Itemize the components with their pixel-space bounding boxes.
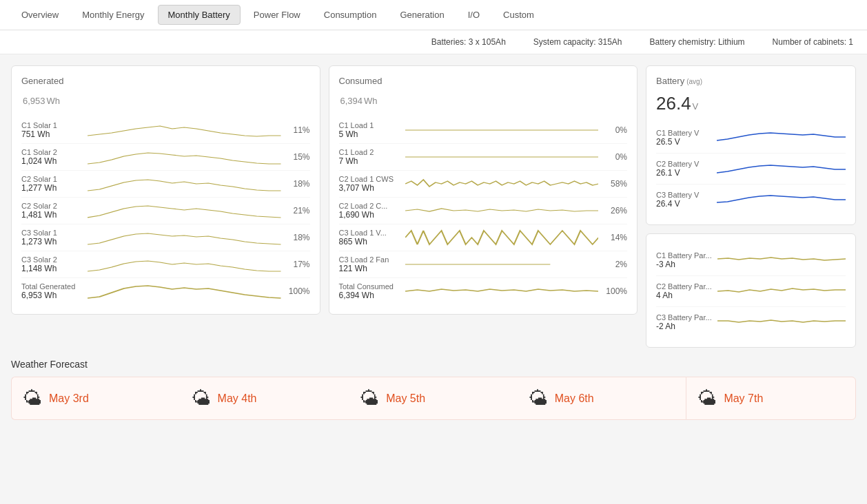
battery-row: C2 Battery Par... 4 Ah: [656, 276, 846, 307]
number-of-cabinets-info: Number of cabinets: 1: [773, 37, 853, 47]
battery-v-value: 26.4: [656, 93, 691, 114]
metric-row: C3 Load 2 Fan 121 Wh 2%: [339, 251, 628, 278]
battery-voltage-panel: Battery (avg) 26.4V C1 Battery V 26.5 V: [646, 65, 856, 225]
weather-icon-3: 🌤: [360, 387, 379, 410]
weather-icon-2: 🌤: [192, 387, 211, 410]
weather-card-3: 🌤 May 5th: [349, 377, 518, 420]
tab-monthly-energy[interactable]: Monthly Energy: [72, 5, 154, 25]
tab-monthly-battery[interactable]: Monthly Battery: [158, 5, 241, 25]
weather-date-4: May 6th: [555, 392, 594, 405]
metric-row: C1 Solar 2 1,024 Wh 15%: [21, 144, 310, 171]
battery-row: C3 Battery Par... -2 Ah: [656, 307, 846, 337]
battery-chemistry-info: Battery chemistry: Lithium: [650, 37, 745, 47]
metric-row: C2 Solar 1 1,277 Wh 18%: [21, 171, 310, 198]
metric-row: C2 Load 2 C... 1,690 Wh 26%: [339, 198, 628, 224]
weather-section: Weather Forecast 🌤 May 3rd 🌤 May 4th 🌤 M…: [0, 359, 867, 431]
weather-date-5: May 7th: [724, 392, 763, 405]
weather-icon-4: 🌤: [529, 387, 548, 410]
consumed-title: Consumed: [339, 76, 628, 86]
battery-row: C2 Battery V 26.1 V: [656, 154, 846, 185]
weather-date-2: May 4th: [218, 392, 257, 405]
metric-row: C2 Load 1 CWS 3,707 Wh 58%: [339, 171, 628, 198]
metric-row: C1 Solar 1 751 Wh 11%: [21, 117, 310, 144]
battery-par-panel: C1 Battery Par... -3 Ah C2 Battery Par..…: [646, 233, 856, 348]
main-content: Generated 6,953Wh C1 Solar 1 751 Wh 11%: [0, 54, 867, 359]
batteries-info: Batteries: 3 x 105Ah: [431, 37, 506, 47]
tab-generation[interactable]: Generation: [389, 5, 454, 25]
battery-row: C1 Battery V 26.5 V: [656, 123, 846, 154]
metric-row: C3 Solar 2 1,148 Wh 17%: [21, 251, 310, 278]
tab-consumption[interactable]: Consumption: [314, 5, 387, 25]
tab-power-flow[interactable]: Power Flow: [243, 5, 311, 25]
weather-cards: 🌤 May 3rd 🌤 May 4th 🌤 May 5th 🌤 May 6th …: [11, 377, 856, 420]
tab-io[interactable]: I/O: [458, 5, 490, 25]
weather-icon-5: 🌤: [697, 387, 717, 410]
panels-row-1: Generated 6,953Wh C1 Solar 1 751 Wh 11%: [11, 65, 856, 348]
metric-row: C2 Solar 2 1,481 Wh 21%: [21, 198, 310, 224]
sparkline-chart: [88, 120, 281, 140]
tab-overview[interactable]: Overview: [11, 5, 69, 25]
weather-card-2: 🌤 May 4th: [181, 377, 349, 420]
metric-row: C3 Load 1 V... 865 Wh 14%: [339, 224, 628, 251]
weather-card-4: 🌤 May 6th: [518, 377, 686, 420]
info-bar: Batteries: 3 x 105Ah System capacity: 31…: [0, 30, 867, 54]
battery-v-title: Battery: [656, 76, 684, 86]
metric-row: C1 Load 2 7 Wh 0%: [339, 144, 628, 171]
metric-row: Total Generated 6,953 Wh 100%: [21, 278, 310, 304]
weather-title: Weather Forecast: [11, 359, 856, 370]
generated-value: 6,953Wh: [21, 87, 310, 109]
weather-date-1: May 3rd: [49, 392, 89, 405]
weather-card-5: 🌤 May 7th: [686, 377, 856, 420]
weather-icon-1: 🌤: [23, 387, 42, 410]
metric-row: C3 Solar 1 1,273 Wh 18%: [21, 224, 310, 251]
system-capacity-info: System capacity: 315Ah: [533, 37, 622, 47]
weather-card-1: 🌤 May 3rd: [11, 377, 181, 420]
generated-title: Generated: [21, 76, 310, 86]
consumed-value: 6,394Wh: [339, 87, 628, 109]
tab-custom[interactable]: Custom: [493, 5, 544, 25]
nav-tabs: Overview Monthly Energy Monthly Battery …: [0, 0, 867, 30]
battery-avg-label: (avg): [686, 78, 702, 85]
metric-row: C1 Load 1 5 Wh 0%: [339, 117, 628, 144]
metric-row: Total Consumed 6,394 Wh 100%: [339, 278, 628, 304]
generated-panel: Generated 6,953Wh C1 Solar 1 751 Wh 11%: [11, 65, 320, 315]
consumed-panel: Consumed 6,394Wh C1 Load 1 5 Wh 0%: [329, 65, 638, 315]
battery-row: C1 Battery Par... -3 Ah: [656, 244, 846, 276]
weather-date-3: May 5th: [386, 392, 425, 405]
battery-row: C3 Battery V 26.4 V: [656, 185, 846, 215]
